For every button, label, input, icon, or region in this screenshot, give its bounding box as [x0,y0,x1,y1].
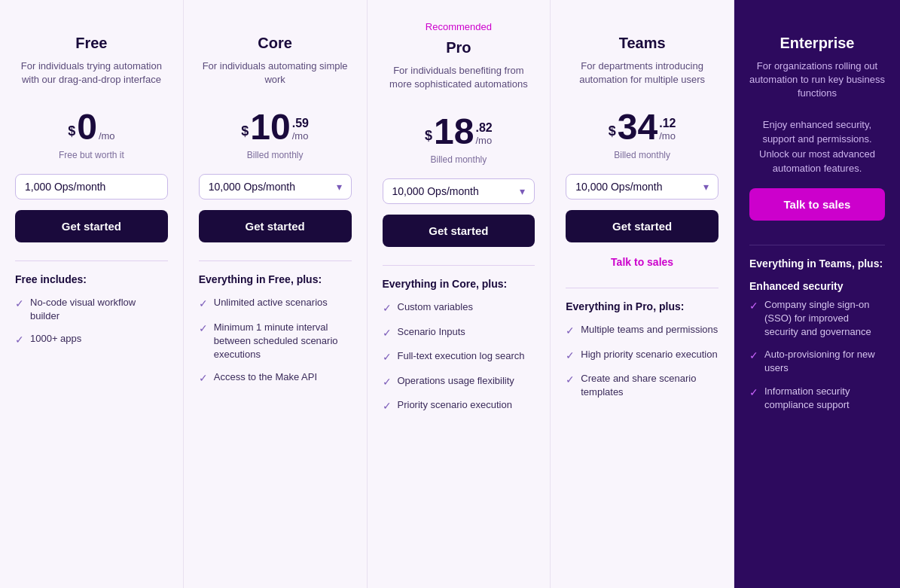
free-ops-value: 1,000 Ops/month [25,181,105,193]
free-ops-selector: 1,000 Ops/month [15,174,168,200]
free-plan-name: Free [15,35,168,52]
chevron-down-icon: ▾ [703,181,709,193]
enterprise-divider [749,245,885,245]
feature-text: Auto-provisioning for new users [764,348,885,375]
teams-divider [566,288,718,288]
free-price-main: 0 [77,109,97,145]
free-divider [15,260,168,261]
feature-text: Company single sign-on (SSO) for improve… [764,298,885,340]
plan-pro: Recommended Pro For individuals benefiti… [368,0,551,588]
feature-text: Operations usage flexibility [398,374,514,388]
teams-ops-value: 10,000 Ops/month [575,181,662,193]
core-plan-desc: For individuals automating simple work [199,59,352,99]
check-icon: ✓ [566,373,575,388]
check-icon: ✓ [383,375,392,390]
free-features-title: Free includes: [15,273,168,285]
teams-talk-sales-link[interactable]: Talk to sales [566,248,718,276]
pro-plan-name: Pro [383,39,535,56]
list-item: ✓ Multiple teams and permissions [566,323,718,339]
pro-features-title: Everything in Core, plus: [383,278,535,290]
core-price-main: 10 [250,109,290,145]
check-icon: ✓ [383,301,392,316]
teams-plan-name: Teams [566,35,718,52]
pro-price-block: .82 /mo [475,120,492,150]
pro-billing-note: Billed monthly [383,154,535,168]
list-item: ✓ Auto-provisioning for new users [749,348,885,375]
check-icon: ✓ [566,349,575,364]
check-icon: ✓ [749,349,758,364]
teams-price-area: $ 34 .12 /mo [566,109,718,145]
pro-ops-selector[interactable]: 10,000 Ops/month ▾ [383,178,535,204]
feature-text: Priority scenario execution [398,398,512,412]
core-ops-value: 10,000 Ops/month [209,181,295,193]
enterprise-features-title: Everything in Teams, plus: [749,257,885,270]
pro-ops-value: 10,000 Ops/month [392,185,479,197]
core-features-title: Everything in Free, plus: [199,273,352,285]
enterprise-plan-name: Enterprise [749,35,885,52]
core-plan-name: Core [199,35,352,52]
list-item: ✓ Company single sign-on (SSO) for impro… [749,298,885,340]
core-price-area: $ 10 .59 /mo [199,109,352,145]
pro-price-cents: .82 [475,120,492,135]
free-get-started-button[interactable]: Get started [15,210,168,242]
check-icon: ✓ [749,299,758,314]
feature-text: Create and share scenario templates [581,372,718,399]
core-dollar: $ [241,123,249,139]
check-icon: ✓ [199,321,208,337]
teams-feature-list: ✓ Multiple teams and permissions ✓ High … [566,323,718,400]
teams-price-cents: .12 [659,116,676,130]
pro-price-per: /mo [475,135,492,147]
check-icon: ✓ [383,350,392,365]
free-plan-desc: For individuals trying automation with o… [15,59,168,99]
check-icon: ✓ [199,371,208,386]
check-icon: ✓ [15,333,24,348]
list-item: ✓ Full-text execution log search [383,349,535,365]
recommended-badge: Recommended [383,21,535,35]
pricing-container: Free For individuals trying automation w… [0,0,900,588]
feature-text: No-code visual workflow builder [30,296,168,323]
list-item: ✓ Custom variables [383,300,535,316]
teams-price-per: /mo [659,130,676,142]
pro-price-area: $ 18 .82 /mo [383,114,535,150]
core-price-per: /mo [292,130,309,142]
core-feature-list: ✓ Unlimited active scenarios ✓ Minimum 1… [199,296,352,386]
enterprise-enhanced-desc: Enjoy enhanced security, support and per… [749,117,885,176]
core-get-started-button[interactable]: Get started [199,210,352,242]
feature-text: Full-text execution log search [398,349,525,363]
pro-feature-list: ✓ Custom variables ✓ Scenario Inputs ✓ F… [383,300,535,414]
list-item: ✓ Unlimited active scenarios [199,296,352,312]
check-icon: ✓ [383,399,392,414]
teams-price-main: 34 [618,109,657,145]
pro-plan-desc: For individuals benefiting from more sop… [383,64,535,103]
pro-get-started-button[interactable]: Get started [383,215,535,247]
feature-text: Multiple teams and permissions [581,323,718,337]
free-price-area: $ 0 /mo [15,109,168,145]
list-item: ✓ Create and share scenario templates [566,372,718,399]
teams-price-block: .12 /mo [659,116,676,145]
check-icon: ✓ [15,297,24,312]
feature-text: Unlimited active scenarios [214,296,328,309]
plan-teams: Teams For departments introducing automa… [551,0,734,588]
feature-text: Access to the Make API [214,370,317,384]
plan-enterprise: Enterprise For organizations rolling out… [734,0,900,588]
feature-text: Minimum 1 minute interval between schedu… [214,321,352,362]
check-icon: ✓ [566,324,575,339]
teams-plan-desc: For departments introducing automation f… [566,59,718,99]
pro-dollar: $ [425,128,432,144]
teams-ops-selector[interactable]: 10,000 Ops/month ▾ [566,174,718,200]
teams-get-started-button[interactable]: Get started [566,210,718,242]
check-icon: ✓ [199,297,208,312]
list-item: ✓ Priority scenario execution [383,398,535,414]
list-item: ✓ Operations usage flexibility [383,374,535,390]
enterprise-talk-sales-button[interactable]: Talk to sales [749,188,885,221]
enterprise-security-title: Enhanced security [749,280,885,292]
check-icon: ✓ [749,385,758,401]
core-price-block: .59 /mo [292,116,309,145]
core-divider [199,260,352,261]
plan-core: Core For individuals automating simple w… [184,0,368,588]
check-icon: ✓ [383,326,392,341]
core-ops-selector[interactable]: 10,000 Ops/month ▾ [199,174,352,200]
free-feature-list: ✓ No-code visual workflow builder ✓ 1000… [15,296,168,348]
plan-free: Free For individuals trying automation w… [0,0,184,588]
feature-text: High priority scenario execution [581,348,717,361]
